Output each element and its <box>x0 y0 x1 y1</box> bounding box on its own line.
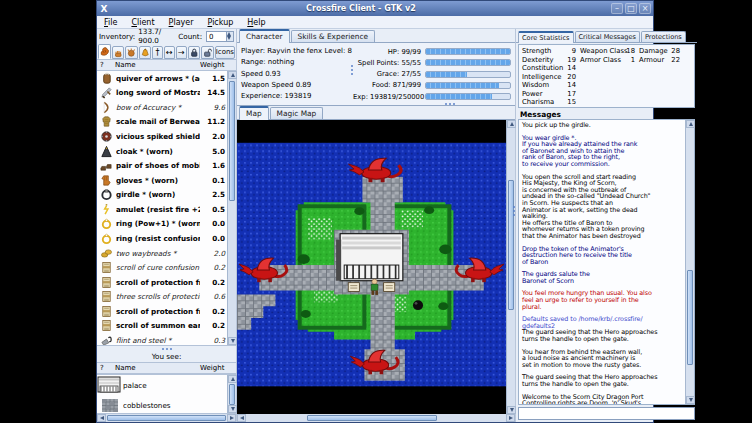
lock-closed-filter-button[interactable] <box>188 46 201 59</box>
inventory-item-row[interactable]: ring (resist confusion +2!0.0 <box>97 231 227 246</box>
map-vertical-scrollbar[interactable] <box>506 120 515 414</box>
scroll-right-icon[interactable] <box>227 414 236 422</box>
scrollbar-thumb[interactable] <box>508 180 514 310</box>
scrollbar-thumb[interactable] <box>229 384 235 405</box>
inventory-item-row[interactable]: girdle * (worn)2.5 <box>97 188 227 203</box>
dagger-filter-button[interactable]: † <box>152 46 163 59</box>
swap-arrows-filter-button[interactable]: ↔ <box>164 46 175 59</box>
scroll-down-icon[interactable] <box>507 406 516 414</box>
scroll-left-icon[interactable] <box>237 414 246 422</box>
scroll-up-icon[interactable] <box>228 71 237 79</box>
tab-core-statistics[interactable]: Core Statistics <box>518 31 574 43</box>
core-stat-row: Power17 <box>522 90 692 98</box>
stat-label: Weapon Class <box>580 47 626 55</box>
inventory-item-row[interactable]: scale mail of Berwean +211.2 <box>97 115 227 130</box>
ground-item-row[interactable]: cobblestones <box>97 395 227 413</box>
spin-down-icon[interactable] <box>227 36 231 40</box>
tab-protections[interactable]: Protections <box>641 31 686 42</box>
ground-scrollbar[interactable] <box>227 375 236 413</box>
inventory-item-row[interactable]: ring (Pow+1) * (worn)0.0 <box>97 217 227 232</box>
stat-label: Strength <box>522 47 566 55</box>
menu-help[interactable]: Help <box>240 18 272 27</box>
scrollbar-thumb[interactable] <box>687 270 693 365</box>
menu-file[interactable]: File <box>97 18 124 27</box>
count-spinner-arrows[interactable] <box>226 32 233 41</box>
tab-skills-experience[interactable]: Skills & Experience <box>291 30 376 42</box>
ground-horizontal-scrollbar[interactable] <box>97 414 236 422</box>
inventory-item-row[interactable]: scroll of summon earth elem0.2 <box>97 319 227 334</box>
ground-item-row[interactable]: palace <box>97 375 227 395</box>
tab-character[interactable]: Character <box>239 29 290 43</box>
lock-open-filter-button[interactable] <box>201 46 214 59</box>
gloves-icon <box>97 174 116 187</box>
claw-filter-button[interactable] <box>98 44 111 59</box>
item-weight: 14.5 <box>200 88 227 97</box>
inventory-item-row[interactable]: pair of shoes of mobility1.6 <box>97 158 227 173</box>
menu-pickup[interactable]: Pickup <box>200 18 240 27</box>
scroll-up-icon[interactable] <box>228 375 237 383</box>
hand-filter-button[interactable] <box>112 46 125 59</box>
close-button[interactable]: × <box>639 3 651 14</box>
flag-column-header[interactable]: ? <box>97 364 115 372</box>
icons-dropdown-button[interactable]: Icons ▾ <box>215 46 235 59</box>
map-horizontal-scrollbar[interactable] <box>237 414 515 422</box>
scrollbar-thumb[interactable] <box>107 415 226 421</box>
scrollbar-thumb[interactable] <box>229 81 235 201</box>
messages-scrollbar[interactable] <box>685 120 694 404</box>
item-weight: 0.2 <box>200 278 227 287</box>
minimize-button[interactable]: – <box>611 3 623 14</box>
inventory-item-row[interactable]: two waybreads *2.0 <box>97 246 227 261</box>
tab-critical-messages[interactable]: Critical Messages <box>575 31 641 42</box>
inventory-item-row[interactable]: flint and steel *0.3 <box>97 333 227 345</box>
scroll-up-icon[interactable] <box>686 120 695 128</box>
inventory-item-row[interactable]: scroll of protection from canc0.2 <box>97 304 227 319</box>
scroll-down-icon[interactable] <box>228 337 237 345</box>
spin-up-icon[interactable] <box>227 32 231 36</box>
scroll-down-icon[interactable] <box>686 396 695 404</box>
count-value[interactable]: 0 <box>207 32 226 41</box>
tab-map[interactable]: Map <box>239 106 269 120</box>
splitter-handle-icon[interactable] <box>445 103 455 105</box>
weight-column-header[interactable]: Weight <box>200 61 236 69</box>
bag-filter-button[interactable] <box>139 46 152 59</box>
core-stat-row: Wisdom14 <box>522 81 692 89</box>
inventory-item-row[interactable]: three scrolls of protection fro0.6 <box>97 289 227 304</box>
menu-player[interactable]: Player <box>162 18 201 27</box>
tab-magic-map[interactable]: Magic Map <box>270 107 324 119</box>
inventory-item-row[interactable]: scroll of protection from attac0.2 <box>97 275 227 290</box>
name-column-header[interactable]: Name <box>115 61 200 69</box>
stat-label: Constitution <box>522 64 566 72</box>
scroll-left-icon[interactable] <box>97 414 106 422</box>
inventory-item-row[interactable]: quiver of arrows * (activ1.5 <box>97 71 227 86</box>
command-input[interactable] <box>518 407 695 420</box>
inventory-item-row[interactable]: vicious spiked shield +12.0 <box>97 129 227 144</box>
inventory-item-row[interactable]: gloves * (worn)0.1 <box>97 173 227 188</box>
title-bar[interactable]: X Crossfire Client - GTK v2 – □ × <box>97 1 653 16</box>
inventory-item-row[interactable]: scroll of cure confusion (lvl 70.2 <box>97 260 227 275</box>
inventory-item-row[interactable]: bow of Accuracy *9.6 <box>97 100 227 115</box>
name-column-header[interactable]: Name <box>115 364 200 372</box>
scroll-right-icon[interactable] <box>506 414 515 422</box>
right-arrow-filter-button[interactable]: → <box>176 46 187 59</box>
splitter-handle-icon[interactable] <box>351 65 353 75</box>
inventory-item-row[interactable]: cloak * (worn)5.0 <box>97 144 227 159</box>
item-weight: 0.0 <box>200 234 227 243</box>
game-map-view[interactable] <box>237 120 506 414</box>
menu-client[interactable]: Client <box>124 18 161 27</box>
cannonball <box>413 300 423 310</box>
flower-patch <box>308 218 332 240</box>
scroll-up-icon[interactable] <box>507 120 516 128</box>
count-spinner[interactable]: 0 <box>206 31 234 42</box>
inventory-item-row[interactable]: amulet (resist fire +20) *0.5 <box>97 202 227 217</box>
messages-text: You pick up the girdle.You wear girdle *… <box>519 120 685 404</box>
inventory-scrollbar[interactable] <box>227 71 236 345</box>
hand-grab-filter-button[interactable] <box>125 46 138 59</box>
weight-column-header[interactable]: Weight <box>200 364 236 372</box>
flag-column-header[interactable]: ? <box>97 61 115 69</box>
maximize-button[interactable]: □ <box>625 3 637 14</box>
pane-splitter-handle[interactable] <box>513 206 515 216</box>
scroll-down-icon[interactable] <box>228 405 237 413</box>
scrollbar-thumb[interactable] <box>307 415 437 421</box>
inventory-item-row[interactable]: long sword of Mostrai +314.5 <box>97 86 227 101</box>
amulet-icon <box>97 203 116 216</box>
